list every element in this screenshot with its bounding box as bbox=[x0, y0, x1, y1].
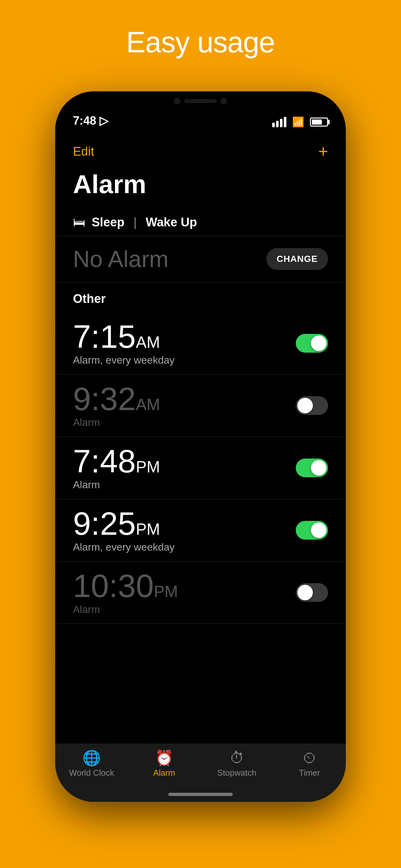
tab-stopwatch[interactable]: ⏱ Stopwatch bbox=[208, 750, 266, 778]
signal-bar-1 bbox=[272, 123, 275, 127]
add-alarm-button[interactable]: + bbox=[318, 143, 328, 160]
alarm-header-row: Edit + bbox=[55, 133, 346, 166]
alarm-toggle-2[interactable] bbox=[296, 459, 328, 477]
timer-icon: ⏲ bbox=[302, 750, 317, 765]
alarm-item-1[interactable]: 9:32AM Alarm bbox=[55, 375, 346, 437]
alarm-item-2[interactable]: 7:48PM Alarm bbox=[55, 437, 346, 499]
wakeup-label: Wake Up bbox=[146, 215, 197, 229]
battery-fill bbox=[312, 120, 322, 125]
alarm-tab-icon: ⏰ bbox=[155, 750, 174, 765]
signal-bar-4 bbox=[284, 117, 286, 127]
alarm-item-left-4: 10:30PM Alarm bbox=[73, 569, 178, 616]
no-alarm-text: No Alarm bbox=[73, 246, 168, 272]
signal-bar-2 bbox=[276, 121, 279, 127]
toggle-knob-1 bbox=[297, 398, 313, 413]
toggle-knob-0 bbox=[311, 336, 327, 351]
other-section-label: Other bbox=[55, 282, 346, 312]
alarm-period-1: AM bbox=[136, 396, 160, 414]
camera-dot-2 bbox=[220, 98, 227, 104]
sleep-divider: | bbox=[133, 215, 136, 229]
alarm-tab-label: Alarm bbox=[153, 768, 175, 778]
no-alarm-section: No Alarm CHANGE bbox=[55, 236, 346, 282]
alarm-item-left-0: 7:15AM Alarm, every weekday bbox=[73, 320, 175, 366]
alarm-toggle-4[interactable] bbox=[296, 583, 328, 602]
alarm-item-3[interactable]: 9:25PM Alarm, every weekday bbox=[55, 499, 346, 562]
camera-dot bbox=[174, 98, 181, 104]
battery-icon bbox=[310, 118, 328, 127]
page-title: Easy usage bbox=[126, 26, 275, 59]
timer-label: Timer bbox=[299, 768, 320, 778]
alarm-time-0: 7:15AM bbox=[73, 320, 175, 352]
alarm-desc-4: Alarm bbox=[73, 603, 178, 616]
world-clock-label: World Clock bbox=[69, 768, 114, 778]
notch bbox=[149, 91, 252, 111]
alarm-item-0[interactable]: 7:15AM Alarm, every weekday bbox=[55, 312, 346, 375]
status-bar: 7:48 ▷ 📶 bbox=[55, 91, 346, 133]
signal-bar-3 bbox=[280, 119, 282, 127]
sleep-label: Sleep bbox=[92, 215, 124, 229]
stopwatch-label: Stopwatch bbox=[217, 768, 256, 778]
status-right: 📶 bbox=[272, 116, 328, 128]
alarm-time-4: 10:30PM bbox=[73, 569, 178, 602]
tab-alarm[interactable]: ⏰ Alarm bbox=[135, 750, 193, 778]
alarm-time-3: 9:25PM bbox=[73, 507, 175, 539]
alarm-desc-3: Alarm, every weekday bbox=[73, 541, 175, 553]
alarm-title: Alarm bbox=[55, 166, 346, 209]
alarm-item-left-1: 9:32AM Alarm bbox=[73, 383, 160, 429]
toggle-knob-4 bbox=[297, 585, 313, 600]
stopwatch-icon: ⏱ bbox=[229, 750, 244, 765]
tab-bar: 🌐 World Clock ⏰ Alarm ⏱ Stopwatch ⏲ Time… bbox=[55, 744, 346, 802]
tab-world-clock[interactable]: 🌐 World Clock bbox=[63, 750, 121, 778]
phone-device: 7:48 ▷ 📶 bbox=[55, 91, 346, 802]
change-button[interactable]: CHANGE bbox=[266, 248, 328, 270]
home-indicator bbox=[168, 793, 233, 796]
alarm-desc-1: Alarm bbox=[73, 416, 160, 429]
alarm-period-3: PM bbox=[136, 520, 160, 538]
alarm-toggle-1[interactable] bbox=[296, 396, 328, 415]
location-icon: ▷ bbox=[99, 114, 109, 128]
toggle-knob-3 bbox=[311, 523, 327, 538]
alarm-item-4[interactable]: 10:30PM Alarm bbox=[55, 562, 346, 624]
phone-screen: 7:48 ▷ 📶 bbox=[55, 91, 346, 802]
alarm-desc-0: Alarm, every weekday bbox=[73, 354, 175, 366]
alarm-period-0: AM bbox=[136, 333, 160, 351]
alarm-period-4: PM bbox=[154, 583, 178, 600]
wifi-icon: 📶 bbox=[292, 116, 304, 128]
alarm-desc-2: Alarm bbox=[73, 479, 160, 491]
screen-content: Edit + Alarm 🛏 Sleep | Wake Up No Alarm … bbox=[55, 133, 346, 744]
alarm-period-2: PM bbox=[136, 458, 160, 476]
alarm-time-1: 9:32AM bbox=[73, 383, 160, 415]
status-time: 7:48 bbox=[73, 114, 96, 128]
alarm-item-left-2: 7:48PM Alarm bbox=[73, 445, 160, 491]
bed-icon: 🛏 bbox=[73, 215, 85, 229]
edit-button[interactable]: Edit bbox=[73, 145, 94, 159]
sleep-section[interactable]: 🛏 Sleep | Wake Up bbox=[55, 209, 346, 236]
signal-bars bbox=[272, 117, 286, 127]
alarm-toggle-3[interactable] bbox=[296, 521, 328, 539]
alarm-item-left-3: 9:25PM Alarm, every weekday bbox=[73, 507, 175, 553]
toggle-knob-2 bbox=[311, 460, 327, 476]
speaker-bar bbox=[184, 99, 217, 103]
tab-timer[interactable]: ⏲ Timer bbox=[281, 750, 339, 778]
alarm-time-2: 7:48PM bbox=[73, 445, 160, 477]
world-clock-icon: 🌐 bbox=[82, 750, 101, 765]
alarm-toggle-0[interactable] bbox=[296, 334, 328, 352]
